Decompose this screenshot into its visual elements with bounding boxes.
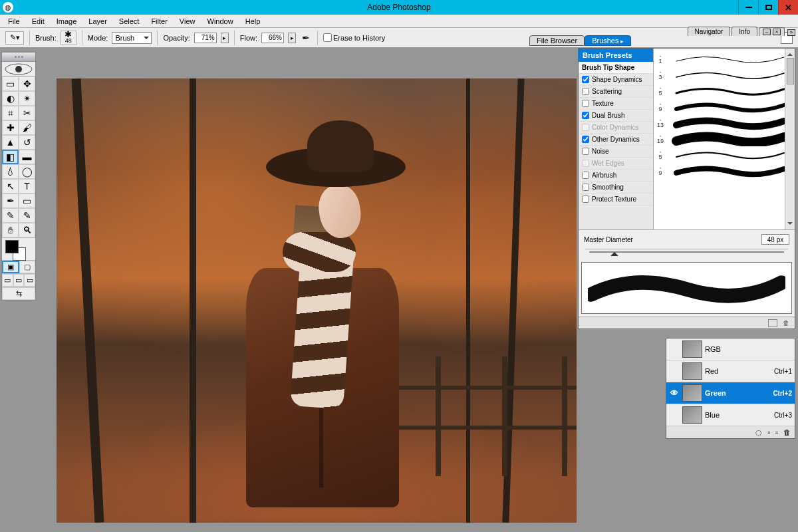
brush-stroke-item[interactable]: ·13: [656, 115, 792, 131]
palette-minimize-button[interactable]: –: [763, 29, 771, 35]
tool-history-brush[interactable]: ↺: [19, 135, 35, 150]
menu-image[interactable]: Image: [51, 16, 82, 27]
brush-setting-checkbox[interactable]: [582, 184, 589, 191]
visibility-toggle-icon[interactable]: 👁: [669, 388, 680, 398]
tool-pen[interactable]: ✒︎: [2, 194, 19, 208]
toolbox-grip[interactable]: [2, 53, 35, 62]
tab-navigator[interactable]: Navigator: [688, 27, 731, 36]
channel-row-green[interactable]: 👁GreenCtrl+2: [666, 382, 795, 404]
delete-brush-button[interactable]: 🗑︎: [783, 319, 789, 327]
tool-path[interactable]: ↖︎: [2, 179, 19, 194]
close-button[interactable]: ✕: [778, 0, 798, 15]
tool-wand[interactable]: ✴︎: [19, 91, 35, 106]
tool-heal[interactable]: ✚: [2, 120, 19, 135]
brush-setting-checkbox[interactable]: [582, 100, 589, 107]
brush-setting-checkbox[interactable]: [582, 160, 589, 167]
brush-setting-smoothing[interactable]: Smoothing: [579, 182, 653, 194]
menu-edit[interactable]: Edit: [27, 16, 50, 27]
tool-eraser[interactable]: ◧: [2, 150, 19, 164]
tab-info[interactable]: Info: [732, 27, 757, 36]
brush-setting-checkbox[interactable]: [582, 112, 589, 119]
master-diameter-input[interactable]: [761, 234, 789, 245]
brush-setting-shape-dynamics[interactable]: Shape Dynamics: [579, 74, 653, 86]
tool-hand[interactable]: ✋︎: [2, 223, 19, 237]
brush-stroke-item[interactable]: ·3: [656, 67, 792, 83]
tool-gradient[interactable]: ▬: [19, 150, 35, 164]
brush-setting-checkbox[interactable]: [582, 88, 589, 95]
new-channel-icon[interactable]: ▫: [775, 428, 778, 436]
brush-setting-checkbox[interactable]: [582, 148, 589, 155]
flow-flyout-button[interactable]: ▸: [288, 33, 296, 43]
tool-preset-icon[interactable]: ✎▾: [5, 31, 24, 45]
slider-handle[interactable]: [610, 248, 618, 256]
maximize-button[interactable]: [758, 0, 778, 15]
screen-mode-2[interactable]: ▭: [13, 274, 25, 287]
delete-channel-icon[interactable]: 🗑︎: [783, 428, 791, 436]
opacity-flyout-button[interactable]: ▸: [221, 33, 229, 43]
brush-stroke-item[interactable]: ·5: [656, 147, 792, 163]
document-canvas[interactable]: [57, 78, 577, 523]
tab-file-browser[interactable]: File Browser: [529, 35, 585, 46]
menu-help[interactable]: Help: [240, 16, 266, 27]
palette-menu-button[interactable]: »: [787, 29, 795, 36]
foreground-color-swatch[interactable]: [5, 240, 19, 253]
tool-crop[interactable]: ⌗: [2, 106, 19, 120]
tool-slice[interactable]: ✂︎: [19, 106, 35, 120]
erase-history-checkbox[interactable]: [323, 33, 332, 42]
channel-row-blue[interactable]: BlueCtrl+3: [666, 404, 795, 426]
tool-dodge[interactable]: ◯: [19, 164, 35, 179]
tool-move[interactable]: ✥: [19, 76, 35, 91]
menu-select[interactable]: Select: [114, 16, 145, 27]
brush-stroke-item[interactable]: ·9: [656, 99, 792, 115]
brush-stroke-list[interactable]: ·1·3·5·9·13·19·5·9: [654, 49, 795, 229]
tool-type[interactable]: T: [19, 179, 35, 194]
save-selection-icon[interactable]: ▫: [767, 428, 770, 436]
scrollbar-thumb[interactable]: [787, 58, 794, 84]
minimize-button[interactable]: [738, 0, 758, 15]
brush-stroke-item[interactable]: ·9: [656, 163, 792, 179]
brush-stroke-item[interactable]: ·19: [656, 131, 792, 147]
screen-mode-1[interactable]: ▭: [2, 274, 13, 287]
master-diameter-slider[interactable]: [585, 249, 788, 259]
menu-layer[interactable]: Layer: [83, 16, 112, 27]
standard-mode-button[interactable]: ▣: [2, 261, 19, 273]
brush-setting-texture[interactable]: Texture: [579, 98, 653, 110]
tool-brush[interactable]: 🖌︎: [19, 120, 35, 135]
tool-marquee[interactable]: ▭: [2, 76, 19, 91]
tool-lasso[interactable]: ◐: [2, 91, 19, 106]
tool-shape[interactable]: ▭: [19, 194, 35, 208]
erase-history-toggle[interactable]: Erase to History: [323, 33, 385, 42]
brush-setting-checkbox[interactable]: [582, 76, 589, 83]
brush-setting-airbrush[interactable]: Airbrush: [579, 170, 653, 182]
brush-setting-checkbox[interactable]: [582, 124, 589, 131]
screen-mode-3[interactable]: ▭: [24, 274, 35, 287]
tool-zoom[interactable]: 🔍︎: [19, 223, 35, 237]
brush-presets-header[interactable]: Brush Presets: [579, 49, 653, 62]
tool-stamp[interactable]: ▲: [2, 135, 19, 150]
brush-list-scrollbar[interactable]: [785, 49, 795, 229]
menu-filter[interactable]: Filter: [146, 16, 172, 27]
brush-setting-wet-edges[interactable]: Wet Edges: [579, 158, 653, 170]
brush-setting-checkbox[interactable]: [582, 196, 589, 203]
menu-file[interactable]: File: [3, 16, 25, 27]
menu-window[interactable]: Window: [202, 16, 239, 27]
tool-blur[interactable]: 💧︎: [2, 164, 19, 179]
palette-close-button[interactable]: ×: [773, 29, 781, 35]
brush-setting-dual-brush[interactable]: Dual Brush: [579, 110, 653, 122]
color-swatches[interactable]: [2, 237, 35, 260]
tool-notes[interactable]: ✎: [2, 208, 19, 223]
opacity-input[interactable]: [194, 33, 217, 43]
brush-stroke-item[interactable]: ·1: [656, 51, 792, 67]
jump-to-button[interactable]: ⇆: [2, 287, 35, 300]
new-brush-button[interactable]: [768, 319, 777, 327]
load-selection-icon[interactable]: ◌: [755, 428, 762, 437]
flow-input[interactable]: [261, 33, 284, 43]
brush-setting-brush-tip-shape[interactable]: Brush Tip Shape: [579, 62, 653, 74]
brush-setting-checkbox[interactable]: [582, 136, 589, 143]
brush-setting-other-dynamics[interactable]: Other Dynamics: [579, 134, 653, 146]
mode-dropdown[interactable]: Brush: [112, 32, 152, 44]
channel-row-rgb[interactable]: RGB: [666, 338, 795, 360]
brush-setting-noise[interactable]: Noise: [579, 146, 653, 158]
brush-setting-checkbox[interactable]: [582, 172, 589, 179]
brush-setting-color-dynamics[interactable]: Color Dynamics: [579, 122, 653, 134]
